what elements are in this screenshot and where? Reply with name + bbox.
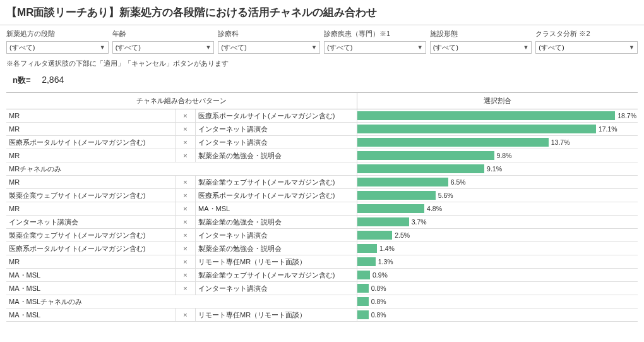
bar-cell: 4.8% [357,202,638,215]
bar-label: 4.8% [427,205,442,212]
bar [357,178,448,186]
pattern-cell-left: MR [6,202,176,215]
filter-select[interactable]: (すべて)▼ [430,41,532,54]
bar-cell: 2.5% [357,229,638,241]
table-row: MR×MA・MSL4.8% [6,202,638,216]
filter-value: (すべて) [433,43,458,52]
pattern-cell-left: 医療系ポータルサイト(メールマガジン含む) [6,242,176,255]
bar-label: 1.3% [378,258,393,266]
combine-symbol: × [176,136,196,149]
bar [357,164,484,173]
pattern-cell-left: 製薬企業ウェブサイト(メールマガジン含む) [6,229,176,241]
bar-label: 6.5% [451,178,466,186]
filter-select[interactable]: (すべて)▼ [324,41,426,54]
n-count: n数= 2,864 [0,71,644,92]
filter-label: 新薬処方の段階 [6,29,109,39]
bar-cell: 13.7% [357,136,638,149]
table-row: 医療系ポータルサイト(メールマガジン含む)×インターネット講演会13.7% [6,136,638,149]
bar [357,151,494,160]
column-headers: チャネル組み合わせパターン 選択割合 [6,92,638,109]
table-row: インターネット講演会×製薬企業の勉強会・説明会3.7% [6,216,638,229]
pattern-cell-right: リモート専任MR（リモート面談） [196,255,357,268]
bar-label: 13.7% [551,138,570,146]
pattern-cell-left: MR [6,255,176,268]
pattern-cell-left: MA・MSL [6,269,176,281]
bar-label: 2.5% [395,231,410,239]
bar [357,204,424,213]
pattern-cell-left: インターネット講演会 [6,216,176,228]
bar-cell: 0.8% [357,282,638,295]
pattern-cell-right: 製薬企業の勉強会・説明会 [196,242,357,255]
bar [357,244,377,253]
filter-value: (すべて) [116,43,141,52]
n-value: 2,864 [42,75,64,85]
pattern-cell: MA・MSLチャネルのみ [6,295,357,308]
bar [357,191,436,200]
filter-label: 施設形態 [430,29,532,39]
pattern-cell-right: MA・MSL [196,202,357,215]
filter-note: ※各フィルタ選択肢の下部に「適用」「キャンセル」ボタンがあります [0,54,644,71]
bar-cell: 18.7% [357,109,638,122]
bar-label: 18.7% [617,112,636,119]
combine-symbol: × [176,189,196,202]
bar-cell: 0.8% [357,295,638,308]
pattern-cell-left: MA・MSL [6,282,176,295]
filter-select[interactable]: (すべて)▼ [218,41,320,54]
bar-cell: 1.3% [357,255,638,268]
filter-value: (すべて) [9,43,35,52]
n-label: n数= [13,75,31,85]
bar-label: 17.1% [599,125,617,133]
bar-label: 1.4% [379,245,395,252]
table-row: MR×製薬企業の勉強会・説明会9.8% [6,149,638,162]
pattern-cell-left: 製薬企業ウェブサイト(メールマガジン含む) [6,189,176,202]
filter-1: 年齢(すべて)▼ [112,29,215,54]
bar-cell: 6.5% [357,176,638,188]
bar-cell: 0.8% [357,308,638,321]
bar [357,138,549,147]
pattern-cell-right: 医療系ポータルサイト(メールマガジン含む) [196,109,357,122]
combine-symbol: × [176,282,196,295]
bar-label: 3.7% [412,218,427,226]
combine-symbol: × [176,176,196,188]
bar [357,310,369,319]
pattern-cell: MRチャネルのみ [6,162,357,175]
pattern-cell-right: インターネット講演会 [196,282,357,295]
pattern-cell-left: 医療系ポータルサイト(メールマガジン含む) [6,136,176,149]
table-row: MR×医療系ポータルサイト(メールマガジン含む)18.7% [6,109,638,123]
bar-label: 5.6% [438,192,453,199]
table-row: MA・MSL×リモート専任MR（リモート面談）0.8% [6,308,638,322]
combine-symbol: × [176,109,196,122]
combine-symbol: × [176,242,196,255]
filter-4: 施設形態(すべて)▼ [430,29,532,54]
filter-label: 年齢 [112,29,215,39]
combine-symbol: × [176,255,196,268]
chevron-down-icon: ▼ [311,44,317,51]
filter-5: クラスタ分析 ※2(すべて)▼ [535,29,638,54]
filter-3: 診療疾患（専門）※1(すべて)▼ [324,29,426,54]
pattern-cell-right: 製薬企業の勉強会・説明会 [196,149,357,162]
bar [357,111,615,120]
column-header-ratio: 選択割合 [357,93,638,109]
pattern-cell-right: 製薬企業ウェブサイト(メールマガジン含む) [196,269,357,281]
bar-cell: 3.7% [357,216,638,228]
pattern-cell-right: 製薬企業の勉強会・説明会 [196,216,357,228]
bar [357,231,392,240]
pattern-cell-left: MR [6,149,176,162]
bar-cell: 17.1% [357,123,638,135]
pattern-cell-right: リモート専任MR（リモート面談） [196,308,357,321]
bar [357,284,369,293]
chevron-down-icon: ▼ [205,44,211,51]
filter-select[interactable]: (すべて)▼ [6,41,109,54]
filter-value: (すべて) [539,43,564,52]
filter-select[interactable]: (すべて)▼ [112,41,215,54]
combine-symbol: × [176,308,196,321]
chevron-down-icon: ▼ [629,44,635,51]
filter-value: (すべて) [327,43,352,52]
chevron-down-icon: ▼ [523,44,528,51]
bar [357,125,596,133]
pattern-cell-left: MR [6,176,176,188]
bar [357,297,369,306]
filter-select[interactable]: (すべて)▼ [535,41,638,54]
filter-bar: 新薬処方の段階(すべて)▼年齢(すべて)▼診療科(すべて)▼診療疾患（専門）※1… [0,29,644,54]
bar-cell: 9.1% [357,162,638,175]
